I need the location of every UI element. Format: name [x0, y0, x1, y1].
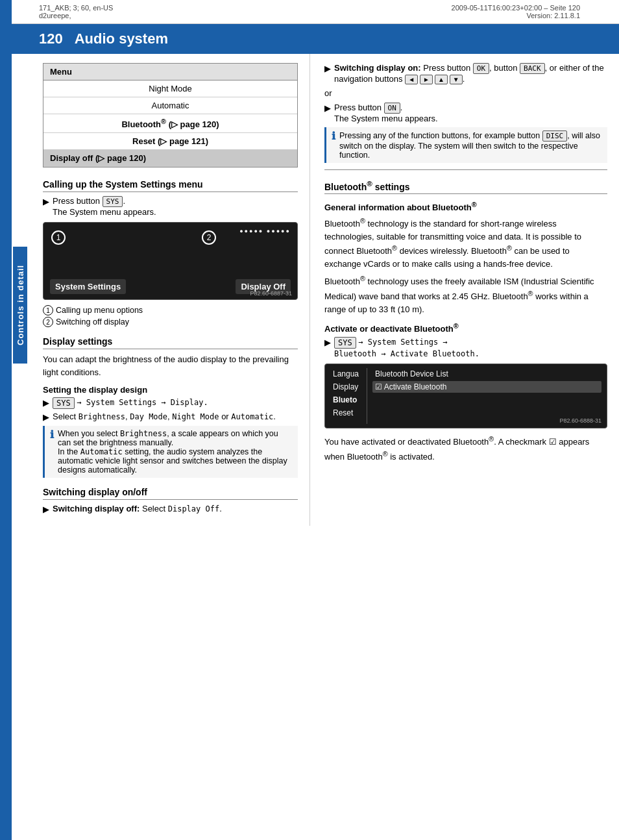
circle-2: 2	[202, 230, 216, 245]
nav-down-btn: ▼	[450, 75, 463, 84]
bt-screenshot: Langua Display Blueto Reset Bluetooth De…	[324, 364, 607, 428]
left-column: Menu Night Mode Automatic Bluetooth® (▷ …	[12, 54, 310, 526]
vertical-label: Controls in detail	[13, 247, 27, 364]
chapter-title: Audio system	[75, 31, 168, 47]
callout-item-1: 1 Calling up menu options	[43, 305, 298, 315]
press-on-bullet: ▶ Press button ON. The System menu appea…	[324, 103, 607, 123]
menu-row-night: Night Mode	[43, 80, 297, 97]
activate-bt-subheading: Activate or deactivate Bluetooth®	[324, 322, 607, 334]
menu-row-display-off: Display off (▷ page 120)	[43, 150, 297, 167]
sys-btn3: SYS	[334, 337, 356, 349]
callout-list: 1 Calling up menu options 2 Switching of…	[43, 305, 298, 327]
header-right-bottom: Version: 2.11.8.1	[452, 12, 580, 19]
back-btn: BACK	[520, 63, 545, 74]
menu-table: Menu Night Mode Automatic Bluetooth® (▷ …	[43, 63, 298, 167]
bullet-arrow-icon2: ▶	[43, 398, 49, 408]
bt-screenshot-ref: P82.60-6888-31	[559, 417, 601, 424]
or-text: or	[324, 87, 607, 100]
sys-settings-heading: Calling up the System Settings menu	[43, 179, 298, 192]
circle-1: 1	[51, 230, 66, 245]
bt-left-menu: Langua Display Blueto Reset	[330, 368, 367, 424]
screenshot-label-left: System Settings	[50, 279, 126, 294]
switching-heading: Switching display on/off	[43, 487, 298, 500]
press-on-text: Press button ON. The System menu appears…	[334, 103, 438, 123]
menu-row-bluetooth: Bluetooth® (▷ page 120)	[43, 114, 297, 133]
bullet-arrow-icon4: ▶	[43, 504, 49, 514]
right-column: ▶ Switching display on: Press button OK,…	[310, 54, 619, 526]
function-btn-info-box: ℹ Pressing any of the function buttons, …	[324, 127, 607, 163]
bt-left-language: Langua	[330, 368, 361, 380]
screenshot-ref: P82.60-6887-31	[250, 290, 292, 297]
display-on-text: Switching display on: Press button OK, b…	[334, 63, 607, 84]
main-content: Menu Night Mode Automatic Bluetooth® (▷ …	[12, 54, 619, 526]
callout-num-2: 2	[43, 317, 53, 327]
display-off-text: Switching display off: Select Display Of…	[53, 504, 222, 513]
select-brightness-bullet: ▶ Select Brightness, Day Mode, Night Mod…	[43, 412, 298, 422]
bullet-arrow-icon7: ▶	[324, 338, 331, 347]
on-btn: ON	[384, 103, 400, 114]
general-bt-subheading: General information about Bluetooth®	[324, 201, 607, 212]
header-right: 2009-05-11T16:00:23+02:00 – Seite 120 Ve…	[452, 4, 580, 19]
chapter-number: 120	[39, 31, 63, 47]
nav-up-btn: ▲	[435, 75, 448, 84]
sys-btn: SYS	[103, 196, 123, 207]
display-off-bullet: ▶ Switching display off: Select Display …	[43, 504, 298, 514]
sys-press-bullet: ▶ Press button SYS. The System menu appe…	[43, 196, 298, 217]
nav-right-btn: ►	[420, 75, 433, 84]
screenshot-dots: ●●●●● ●●●●●	[239, 228, 291, 234]
activate-bt-text: SYS → System Settings →Bluetooth → Activ…	[334, 337, 479, 358]
display-settings-heading: Display settings	[43, 336, 298, 349]
info-icon: ℹ	[50, 428, 54, 441]
bullet-arrow-icon3: ▶	[43, 412, 49, 422]
display-on-bullet: ▶ Switching display on: Press button OK,…	[324, 63, 607, 84]
general-bt-body2: Bluetooth® technology uses the freely av…	[324, 273, 607, 315]
header-left: 171_AKB; 3; 60, en-US d2ureepe,	[39, 4, 113, 19]
activate-bt-bullet: ▶ SYS → System Settings →Bluetooth → Act…	[324, 337, 607, 358]
bt-left-display: Display	[330, 381, 361, 393]
brightness-info-box: ℹ When you select Brightness, a scale ap…	[43, 426, 298, 478]
chapter-header: 120 Audio system	[0, 24, 619, 54]
bt-settings-heading: Bluetooth® settings	[324, 179, 607, 195]
ok-btn: OK	[473, 63, 489, 74]
bt-left-reset: Reset	[330, 407, 361, 419]
bullet-arrow-icon: ▶	[43, 197, 49, 206]
screenshot-circles: 1 2	[51, 230, 216, 245]
info-icon2: ℹ	[332, 130, 335, 142]
function-btn-info-text: Pressing any of the function buttons, fo…	[339, 130, 602, 160]
section-divider	[324, 169, 607, 170]
header-left-bottom: d2ureepe,	[39, 12, 113, 19]
callout-text-1: Calling up menu options	[56, 306, 143, 315]
bt-device-list: Bluetooth Device List	[372, 368, 601, 380]
bullet-arrow-icon6: ▶	[324, 103, 331, 113]
menu-row-automatic: Automatic	[43, 97, 297, 114]
display-settings-body: You can adapt the brightness of the audi…	[43, 353, 298, 378]
display-design-subheading: Setting the display design	[43, 385, 298, 395]
menu-table-header: Menu	[43, 64, 297, 80]
header-right-top: 2009-05-11T16:00:23+02:00 – Seite 120	[452, 4, 580, 12]
menu-row-reset: Reset (▷ page 121)	[43, 133, 297, 150]
nav-arrows: ◄ ► ▲ ▼	[405, 75, 463, 84]
sys-menu-appears: The System menu appears.	[53, 207, 156, 217]
disc-btn: DISC	[542, 130, 568, 142]
bt-right-content: Bluetooth Device List ☑ Activate Bluetoo…	[367, 368, 601, 424]
callout-item-2: 2 Switching off display	[43, 317, 298, 327]
header-left-top: 171_AKB; 3; 60, en-US	[39, 4, 113, 12]
sys-display-text: SYS → System Settings → Display.	[53, 397, 208, 409]
bt-left-bluetooth: Blueto	[330, 394, 361, 406]
sys-display-bullet: ▶ SYS → System Settings → Display.	[43, 397, 298, 409]
sys-press-text: Press button SYS. The System menu appear…	[53, 196, 156, 217]
brightness-info-text: When you select Brightness, a scale appe…	[58, 429, 293, 475]
system-menu-appears-text: The System menu appears.	[334, 114, 438, 123]
select-brightness-text: Select Brightness, Day Mode, Night Mode …	[53, 412, 276, 421]
general-bt-body1: Bluetooth® technology is the standard fo…	[324, 216, 607, 271]
bt-activate-bluetooth: ☑ Activate Bluetooth	[372, 381, 601, 393]
bullet-arrow-icon5: ▶	[324, 64, 331, 73]
nav-left-btn: ◄	[405, 75, 418, 84]
sys-screenshot: ●●●●● ●●●●● 1 2 System Settings Display …	[43, 222, 298, 300]
callout-text-2: Switching off display	[56, 317, 129, 327]
callout-num-1: 1	[43, 305, 53, 315]
activate-bt-body: You have activated or deactivated Blueto…	[324, 434, 607, 463]
sys-btn2: SYS	[53, 397, 75, 409]
sidebar-blue	[0, 0, 12, 840]
doc-header: 171_AKB; 3; 60, en-US d2ureepe, 2009-05-…	[0, 0, 619, 24]
